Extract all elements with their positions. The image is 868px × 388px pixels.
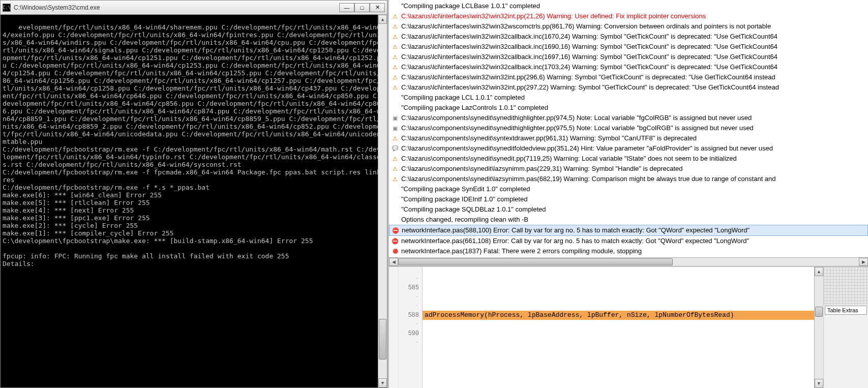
scroll-up-icon[interactable]: ▲ (378, 15, 387, 24)
message-row[interactable]: C:\lazarus\lcl\interfaces\win32\win32cal… (389, 62, 868, 72)
message-row[interactable]: networkInterface.pas(588,100) Error: Cal… (389, 225, 868, 236)
message-row[interactable]: C:\lazarus\components\synedit\synedithig… (389, 113, 868, 123)
message-row[interactable]: C:\lazarus\lcl\interfaces\win32\win32wsc… (389, 21, 868, 32)
hint-icon (391, 144, 399, 153)
message-row[interactable]: C:\lazarus\components\synedit\synedithig… (389, 123, 868, 133)
message-text: C:\lazarus\lcl\interfaces\win32\win32int… (401, 11, 706, 21)
code-line[interactable] (423, 302, 814, 311)
scroll-track[interactable] (378, 24, 387, 378)
blank-icon (391, 216, 399, 224)
cmd-vscrollbar[interactable]: ▲ ▼ (378, 15, 387, 387)
message-text: C:\lazarus\lcl\interfaces\win32\win32cal… (401, 42, 777, 52)
message-text: networkInterface.pas(661,108) Error: Cal… (401, 236, 749, 246)
message-row[interactable]: "Compiling package IDEIntf 1.0" complete… (389, 194, 868, 204)
message-row[interactable]: networkInterface.pas(661,108) Error: Cal… (389, 236, 868, 246)
line-number: · (398, 320, 419, 329)
message-text: "Compiling package LCL 1.0.1" completed (401, 93, 525, 103)
message-row[interactable]: "Compiling package SynEdit 1.0" complete… (389, 184, 868, 194)
message-text: "Compiling package LazControls 1.0.1" co… (401, 103, 548, 113)
warn-icon (391, 83, 399, 92)
code-line[interactable] (423, 329, 814, 338)
message-row[interactable]: "Compiling package LCL 1.0.1" completed (389, 93, 868, 103)
message-row[interactable]: C:\lazarus\lcl\interfaces\win32\win32int… (389, 82, 868, 93)
code-line[interactable] (423, 338, 814, 347)
message-row[interactable]: C:\lazarus\components\synedit\syntextdra… (389, 133, 868, 143)
warn-icon (391, 43, 399, 51)
message-row[interactable]: C:\lazarus\lcl\interfaces\win32\win32cal… (389, 52, 868, 62)
message-text: "Compiling package SynEdit 1.0" complete… (401, 184, 530, 194)
line-number: · (398, 292, 419, 302)
message-text: C:\lazarus\lcl\interfaces\win32\win32cal… (401, 52, 777, 62)
warn-icon (391, 155, 399, 163)
hscroll-track[interactable] (398, 258, 859, 266)
message-row[interactable]: C:\lazarus\components\synedit\lazsynimm.… (389, 174, 868, 184)
cmd-titlebar[interactable]: C:\ C:\Windows\System32\cmd.exe — □ ✕ (1, 1, 387, 15)
note-icon (391, 124, 399, 132)
message-text: C:\lazarus\lcl\interfaces\win32\win32wsc… (401, 21, 771, 32)
message-row[interactable]: C:\lazarus\components\synedit\synedit.pp… (389, 154, 868, 164)
blank-icon (391, 104, 399, 112)
blank-icon (391, 2, 399, 10)
fatal-icon (391, 247, 399, 255)
warn-icon (391, 53, 399, 61)
line-number: · (398, 338, 419, 347)
table-extras-tab[interactable]: Table Extras (825, 306, 867, 315)
message-row[interactable]: C:\lazarus\lcl\interfaces\win32\win32int… (389, 11, 868, 21)
warn-icon (391, 12, 399, 20)
scroll-down-icon[interactable]: ▼ (378, 378, 387, 387)
editor-vscrollbar[interactable]: ▲ ▼ (814, 267, 823, 388)
blank-icon (391, 185, 399, 193)
scroll-up-icon[interactable]: ▲ (815, 267, 823, 276)
maximize-button[interactable]: □ (354, 3, 370, 12)
message-row[interactable]: Options changed, recompiling clean with … (389, 215, 868, 225)
code-line[interactable] (423, 283, 814, 292)
hscroll-thumb[interactable] (398, 258, 673, 265)
message-text: C:\lazarus\lcl\interfaces\win32\win32cal… (401, 32, 777, 42)
messages-list[interactable]: "Compiling package LCLBase 1.0.1" comple… (389, 0, 868, 257)
warn-icon (391, 63, 399, 71)
message-row[interactable]: networkInterface.pas(1837) Fatal: There … (389, 246, 868, 256)
scroll-left-icon[interactable]: ◀ (389, 258, 398, 266)
message-row[interactable]: "Compiling package SQLDBLaz 1.0.1" compl… (389, 204, 868, 215)
blank-icon (391, 205, 399, 214)
message-text: C:\lazarus\lcl\interfaces\win32\win32int… (401, 72, 775, 82)
line-number: · (398, 274, 419, 283)
minimize-button[interactable]: — (339, 3, 354, 12)
cmd-output[interactable]: evelopment/fpc/rtl/units/x86_64-win64/sh… (1, 15, 387, 387)
code-line[interactable] (423, 274, 814, 283)
code-editor[interactable]: adProcessMemory(hProcess, lpBaseAddress,… (423, 267, 814, 388)
err-icon (392, 226, 400, 234)
line-number: 590 (398, 329, 419, 338)
message-text: C:\lazarus\components\synedit\syntextdra… (401, 133, 697, 143)
message-text: "Compiling package IDEIntf 1.0" complete… (401, 194, 527, 204)
close-button[interactable]: ✕ (370, 3, 385, 12)
editor-scroll-track[interactable] (815, 276, 823, 379)
message-row[interactable]: "Compiling package LazControls 1.0.1" co… (389, 103, 868, 113)
cmd-window: C:\ C:\Windows\System32\cmd.exe — □ ✕ ev… (0, 0, 387, 388)
scroll-right-icon[interactable]: ▶ (859, 258, 868, 266)
scroll-thumb[interactable] (379, 319, 386, 360)
message-row[interactable]: C:\lazarus\components\synedit\lazsynimm.… (389, 164, 868, 174)
code-line[interactable] (423, 292, 814, 302)
message-text: networkInterface.pas(588,100) Error: Cal… (402, 225, 750, 235)
extras-panel: Table Extras (823, 267, 868, 388)
editor-scroll-thumb[interactable] (815, 307, 823, 317)
warn-icon (391, 73, 399, 81)
message-row[interactable]: C:\lazarus\lcl\interfaces\win32\win32int… (389, 72, 868, 82)
err-icon (391, 237, 399, 245)
code-line[interactable]: adProcessMemory(hProcess, lpBaseAddress,… (423, 311, 814, 320)
warn-icon (391, 22, 399, 31)
line-number-gutter: ·585··588·590· (398, 267, 423, 388)
message-row[interactable]: "Compiling package LCLBase 1.0.1" comple… (389, 1, 868, 11)
code-line[interactable] (423, 320, 814, 329)
message-text: "Compiling package LCLBase 1.0.1" comple… (401, 1, 540, 11)
note-icon (391, 114, 399, 122)
scroll-down-icon[interactable]: ▼ (815, 379, 823, 388)
warn-icon (391, 175, 399, 183)
message-text: C:\lazarus\components\synedit\lazsynimm.… (401, 164, 683, 174)
messages-hscrollbar[interactable]: ◀ ▶ (389, 257, 868, 266)
message-row[interactable]: C:\lazarus\lcl\interfaces\win32\win32cal… (389, 42, 868, 52)
message-row[interactable]: C:\lazarus\lcl\interfaces\win32\win32cal… (389, 32, 868, 42)
cmd-app-icon: C:\ (3, 4, 11, 12)
message-row[interactable]: C:\lazarus\components\synedit\syneditfol… (389, 143, 868, 154)
